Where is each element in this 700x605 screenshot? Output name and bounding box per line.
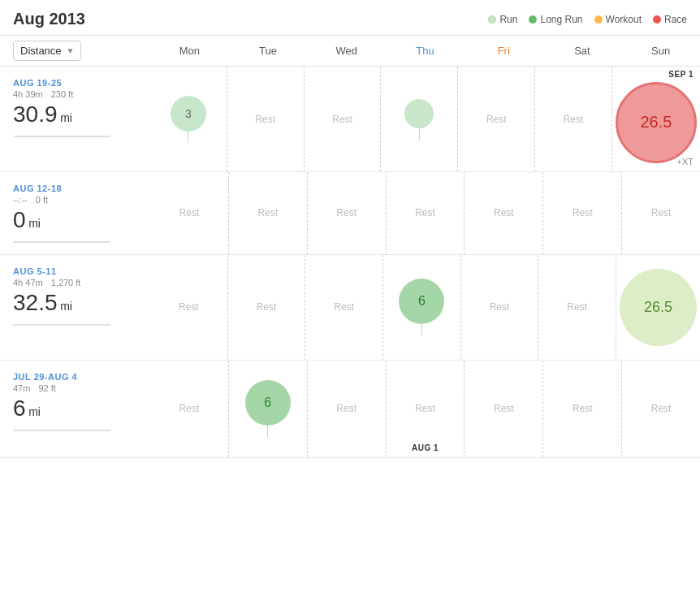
long-run-bubble-aug5-sun[interactable]: 26.5: [620, 269, 697, 346]
rest-aug12-thu: Rest: [415, 207, 435, 218]
days-area-jul29: Rest 6 Rest Rest Rest Rest Rest AUG 1: [150, 361, 700, 457]
week-stats-aug5: 4h 47m 1,270 ft: [13, 278, 137, 287]
day-cell-aug12-tue: Rest: [228, 172, 307, 254]
day-cell-aug12-wed: Rest: [307, 172, 386, 254]
rest-aug5-tue: Rest: [257, 301, 277, 313]
race-bubble-aug19-sun[interactable]: 26.5: [616, 82, 697, 163]
day-cell-aug19-mon[interactable]: 3: [150, 67, 227, 171]
rest-aug12-wed: Rest: [336, 207, 356, 218]
day-cell-aug12-mon: Rest: [150, 172, 228, 254]
col-header-mon: Mon: [150, 45, 229, 57]
rest-jul29-fri: Rest: [494, 403, 514, 414]
chevron-down-icon: ▼: [67, 46, 75, 55]
connector-jul29-tue: [267, 426, 268, 437]
week-time-jul29: 47m: [13, 383, 30, 393]
week-divider-aug19: [13, 136, 110, 137]
week-time-aug5: 4h 47m: [13, 278, 43, 287]
week-stats-aug19: 4h 39m 230 ft: [13, 89, 137, 99]
day-cell-aug12-sat: Rest: [542, 172, 621, 254]
bubble-value-jul29-tue: 6: [264, 395, 271, 410]
rest-aug19-wed: Rest: [332, 114, 352, 125]
days-area-aug19: 3 Rest Rest Rest R: [150, 67, 700, 171]
workout-dot: [594, 15, 603, 24]
day-cell-aug5-wed: Rest: [305, 255, 382, 360]
race-dot: [653, 15, 661, 24]
col-header-thu: Thu: [386, 45, 465, 57]
legend-workout-label: Workout: [606, 14, 642, 25]
bubble-value-aug5-thu: 6: [418, 294, 426, 309]
day-cell-jul29-sat: Rest: [542, 361, 621, 457]
col-header-sun: Sun: [621, 45, 700, 57]
bubble-value-aug19-mon: 3: [185, 107, 192, 120]
day-cell-aug12-fri: Rest: [464, 172, 542, 254]
legend-long-run: Long Run: [529, 14, 582, 25]
week-label-aug19: AUG 19-25: [13, 78, 137, 88]
connector-aug19-mon: [188, 132, 188, 143]
week-row-aug19: AUG 19-25 4h 39m 230 ft 30.9 mi 3 Rest: [0, 67, 700, 172]
rest-aug5-mon: Rest: [179, 301, 199, 313]
bubble-value-aug19-sun: 26.5: [641, 113, 672, 132]
week-elevation-aug12: 0 ft: [36, 195, 48, 205]
day-cell-jul29-mon: Rest: [150, 361, 228, 457]
day-cell-aug19-wed: Rest: [304, 67, 381, 171]
sep1-marker: SEP 1: [668, 70, 694, 79]
run-bubble-jul29-tue[interactable]: 6: [245, 380, 291, 426]
rest-jul29-thu: Rest: [415, 403, 435, 414]
run-bubble-aug19-thu[interactable]: [404, 99, 434, 128]
xt-label-aug19: +XT: [676, 157, 693, 166]
days-area-aug12: Rest Rest Rest Rest Rest Rest Rest: [150, 172, 700, 254]
rest-jul29-mon: Rest: [179, 403, 200, 414]
rest-aug12-sun: Rest: [651, 207, 672, 218]
distance-dropdown[interactable]: Distance ▼: [13, 41, 81, 61]
day-cell-aug19-fri: Rest: [457, 67, 534, 171]
col-header-sat: Sat: [543, 45, 622, 57]
header: Aug 2013 Run Long Run Workout Race: [0, 0, 700, 36]
days-area-aug5: Rest Rest Rest 6 Rest Rest 26.5: [150, 255, 700, 360]
week-time-aug19: 4h 39m: [13, 89, 43, 99]
day-cell-aug19-sat: Rest: [534, 67, 611, 171]
run-dot: [488, 15, 496, 24]
page-title: Aug 2013: [13, 10, 85, 28]
day-cell-jul29-tue[interactable]: 6: [228, 361, 307, 457]
day-cell-aug19-sun[interactable]: SEP 1 26.5 +XT: [611, 67, 700, 171]
rest-aug12-tue: Rest: [257, 207, 278, 218]
aug1-marker: AUG 1: [412, 443, 439, 452]
week-stats-aug12: --:-- 0 ft: [13, 195, 137, 205]
day-cell-jul29-fri: Rest: [464, 361, 542, 457]
week-label-aug12: AUG 12-18: [13, 184, 137, 193]
day-cell-jul29-sun: Rest: [621, 361, 700, 457]
day-cell-aug5-thu[interactable]: 6: [382, 255, 460, 360]
week-elevation-aug5: 1,270 ft: [51, 278, 81, 287]
day-cell-aug5-mon: Rest: [150, 255, 227, 360]
col-header-fri: Fri: [465, 45, 543, 57]
week-distance-aug5: 32.5 mi: [13, 291, 137, 316]
column-header-row: Distance ▼ Mon Tue Wed Thu Fri Sat Sun: [0, 36, 700, 67]
legend-run: Run: [488, 14, 517, 25]
day-cell-jul29-wed: Rest: [307, 361, 386, 457]
connector-aug19-thu: [419, 128, 420, 140]
run-bubble-aug5-thu[interactable]: 6: [399, 279, 444, 324]
week-distance-jul29: 6 mi: [13, 396, 137, 421]
rest-aug12-fri: Rest: [494, 207, 514, 218]
week-row-jul29: JUL 29-AUG 4 47m 92 ft 6 mi Rest 6 Rest …: [0, 361, 700, 458]
week-label-aug5: AUG 5-11: [13, 266, 137, 276]
day-cell-aug5-sun[interactable]: 26.5: [616, 255, 700, 360]
day-headers: Mon Tue Wed Thu Fri Sat Sun: [150, 45, 700, 57]
legend: Run Long Run Workout Race: [488, 14, 687, 25]
rest-aug19-tue: Rest: [255, 114, 275, 125]
week-row-aug12: AUG 12-18 --:-- 0 ft 0 mi Rest Rest Rest…: [0, 172, 700, 255]
week-divider-aug12: [13, 241, 110, 243]
rest-aug5-wed: Rest: [334, 301, 354, 313]
rest-jul29-sun: Rest: [651, 403, 672, 414]
week-elevation-jul29: 92 ft: [38, 383, 55, 393]
run-bubble-aug19-mon[interactable]: 3: [171, 96, 206, 132]
day-cell-aug5-sat: Rest: [538, 255, 616, 360]
week-summary-aug19: AUG 19-25 4h 39m 230 ft 30.9 mi: [0, 67, 150, 171]
rest-aug5-fri: Rest: [490, 301, 510, 313]
col-header-tue: Tue: [229, 45, 308, 57]
rest-jul29-wed: Rest: [336, 403, 356, 414]
day-cell-aug5-tue: Rest: [227, 255, 305, 360]
day-cell-aug19-thu[interactable]: [380, 67, 457, 171]
week-summary-aug5: AUG 5-11 4h 47m 1,270 ft 32.5 mi: [0, 255, 150, 360]
week-divider-jul29: [13, 430, 110, 431]
